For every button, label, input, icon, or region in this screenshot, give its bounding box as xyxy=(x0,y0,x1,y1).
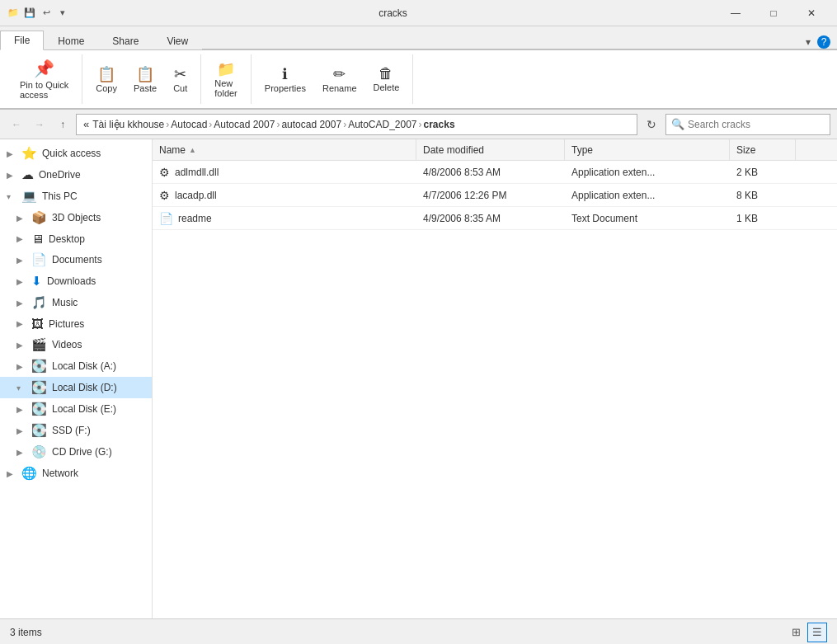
close-button[interactable]: ✕ xyxy=(792,0,830,26)
properties-button[interactable]: ℹ Properties xyxy=(258,62,313,96)
search-icon: 🔍 xyxy=(671,118,684,130)
file-name-cell: 📄 readme xyxy=(153,212,416,225)
sidebar-item-this-pc[interactable]: ▾ 💻 This PC xyxy=(0,186,152,207)
address-path[interactable]: « Tài liệu kkhouse › Autocad › Autocad 2… xyxy=(76,114,637,135)
up-button[interactable]: ↑ xyxy=(53,115,73,134)
delete-button[interactable]: 🗑 Delete xyxy=(367,62,407,96)
properties-icon: ℹ xyxy=(282,65,288,83)
col-header-name[interactable]: Name ▲ xyxy=(153,139,416,160)
sidebar-item-music[interactable]: ▶ 🎵 Music xyxy=(0,292,152,313)
tab-home[interactable]: Home xyxy=(44,31,98,50)
path-segment-autocad-2007-folder[interactable]: AutoCAD_2007 xyxy=(348,119,416,130)
tab-view[interactable]: View xyxy=(153,31,202,50)
cut-label: Cut xyxy=(173,83,187,93)
file-list: ⚙ adlmdll.dll 4/8/2006 8:53 AM Applicati… xyxy=(153,161,837,618)
copy-button[interactable]: 📋 Copy xyxy=(89,62,124,96)
sidebar-item-pictures[interactable]: ▶ 🖼 Pictures xyxy=(0,313,152,334)
sidebar-item-3d-objects[interactable]: ▶ 📦 3D Objects xyxy=(0,207,152,228)
path-segment-autocad[interactable]: Autocad xyxy=(171,119,207,130)
delete-label: Delete xyxy=(374,82,400,92)
col-header-type[interactable]: Type xyxy=(565,139,730,160)
search-input[interactable] xyxy=(688,119,825,130)
sidebar-item-quick-access[interactable]: ▶ ⭐ Quick access xyxy=(0,143,152,164)
ribbon-group-clipboard: 📌 Pin to Quickaccess xyxy=(7,54,82,104)
refresh-button[interactable]: ↻ xyxy=(641,114,662,135)
cut-icon: ✂ xyxy=(174,65,186,83)
undo-icon[interactable]: ↩ xyxy=(40,7,53,20)
sidebar-item-desktop[interactable]: ▶ 🖥 Desktop xyxy=(0,228,152,249)
file-name: lacadp.dll xyxy=(175,190,217,201)
network-icon: 🌐 xyxy=(21,466,37,481)
sidebar-item-label: Local Disk (D:) xyxy=(52,382,145,393)
sidebar-item-label: Quick access xyxy=(42,148,145,159)
ribbon-collapse-icon[interactable]: ▾ xyxy=(806,36,811,48)
col-header-extra[interactable] xyxy=(796,139,837,160)
local-disk-e-icon: 💽 xyxy=(31,402,47,416)
quick-access-icon: ⭐ xyxy=(21,146,37,161)
new-folder-button[interactable]: 📁 Newfolder xyxy=(208,57,244,101)
list-view-button[interactable]: ☰ xyxy=(807,623,827,642)
sidebar-item-onedrive[interactable]: ▶ ☁ OneDrive xyxy=(0,164,152,186)
sidebar-item-documents[interactable]: ▶ 📄 Documents xyxy=(0,249,152,270)
cd-drive-g-icon: 💿 xyxy=(31,444,47,459)
sidebar: ▶ ⭐ Quick access ▶ ☁ OneDrive ▾ 💻 This P… xyxy=(0,139,153,618)
properties-label: Properties xyxy=(265,83,306,93)
paste-button[interactable]: 📋 Paste xyxy=(127,62,163,96)
file-size-cell: 2 KB xyxy=(730,167,796,178)
save-icon[interactable]: 💾 xyxy=(23,7,36,20)
table-row[interactable]: ⚙ lacadp.dll 4/7/2006 12:26 PM Applicati… xyxy=(153,184,837,207)
cut-button[interactable]: ✂ Cut xyxy=(167,62,194,96)
expand-arrow: ▶ xyxy=(16,298,26,308)
back-button[interactable]: ← xyxy=(7,115,26,134)
file-date-cell: 4/7/2006 12:26 PM xyxy=(416,190,565,201)
help-icon[interactable]: ? xyxy=(817,35,830,49)
pin-button[interactable]: 📌 Pin to Quickaccess xyxy=(13,55,75,103)
tab-file[interactable]: File xyxy=(0,31,44,50)
tab-share[interactable]: Share xyxy=(98,31,153,50)
sidebar-item-label: Downloads xyxy=(47,275,145,287)
expand-arrow: ▶ xyxy=(16,319,26,328)
rename-button[interactable]: ✏ Rename xyxy=(316,62,364,96)
sidebar-item-local-disk-d[interactable]: ▾ 💽 Local Disk (D:) xyxy=(0,377,152,398)
sidebar-item-cd-drive-g[interactable]: ▶ 💿 CD Drive (G:) xyxy=(0,441,152,463)
local-disk-d-icon: 💽 xyxy=(31,380,47,395)
rename-label: Rename xyxy=(322,83,357,93)
paste-label: Paste xyxy=(134,83,157,93)
file-name: adlmdll.dll xyxy=(175,167,219,178)
sidebar-item-label: SSD (F:) xyxy=(52,425,145,436)
pictures-icon: 🖼 xyxy=(31,317,44,331)
sidebar-item-ssd-f[interactable]: ▶ 💽 SSD (F:) xyxy=(0,420,152,441)
sidebar-item-local-disk-a[interactable]: ▶ 💽 Local Disk (A:) xyxy=(0,355,152,377)
sidebar-item-videos[interactable]: ▶ 🎬 Videos xyxy=(0,334,152,355)
sidebar-item-downloads[interactable]: ▶ ⬇ Downloads xyxy=(0,270,152,292)
path-segment-tai-lieu[interactable]: Tài liệu kkhouse xyxy=(92,119,164,130)
path-segment-autocad-2007[interactable]: Autocad 2007 xyxy=(214,119,275,130)
minimize-button[interactable]: — xyxy=(717,0,755,26)
sidebar-item-local-disk-e[interactable]: ▶ 💽 Local Disk (E:) xyxy=(0,398,152,420)
maximize-button[interactable]: □ xyxy=(755,0,792,26)
onedrive-icon: ☁ xyxy=(21,167,34,182)
expand-arrow: ▾ xyxy=(16,383,26,393)
col-header-date-modified[interactable]: Date modified xyxy=(416,139,565,160)
file-type-cell: Text Document xyxy=(565,213,730,224)
table-row[interactable]: 📄 readme 4/9/2006 8:35 AM Text Document … xyxy=(153,207,837,230)
file-type-cell: Application exten... xyxy=(565,167,730,178)
rename-icon: ✏ xyxy=(333,65,346,83)
expand-arrow: ▶ xyxy=(16,341,26,350)
file-type-cell: Application exten... xyxy=(565,190,730,201)
col-date-label: Date modified xyxy=(423,144,484,156)
table-row[interactable]: ⚙ adlmdll.dll 4/8/2006 8:53 AM Applicati… xyxy=(153,161,837,184)
address-bar: ← → ↑ « Tài liệu kkhouse › Autocad › Aut… xyxy=(0,110,837,139)
grid-view-button[interactable]: ⊞ xyxy=(786,623,806,642)
expand-arrow: ▶ xyxy=(16,277,26,286)
path-segment-autocad-2007-sub[interactable]: autocad 2007 xyxy=(281,119,341,130)
new-folder-label: Newfolder xyxy=(214,78,237,98)
col-header-size[interactable]: Size xyxy=(730,139,796,160)
expand-arrow: ▶ xyxy=(7,171,16,180)
sidebar-item-label: OneDrive xyxy=(39,169,145,181)
dropdown-icon[interactable]: ▾ xyxy=(56,7,69,20)
expand-arrow: ▶ xyxy=(16,362,26,371)
sidebar-item-network[interactable]: ▶ 🌐 Network xyxy=(0,463,152,484)
path-segment-cracks[interactable]: cracks xyxy=(424,119,455,130)
forward-button[interactable]: → xyxy=(30,115,49,134)
